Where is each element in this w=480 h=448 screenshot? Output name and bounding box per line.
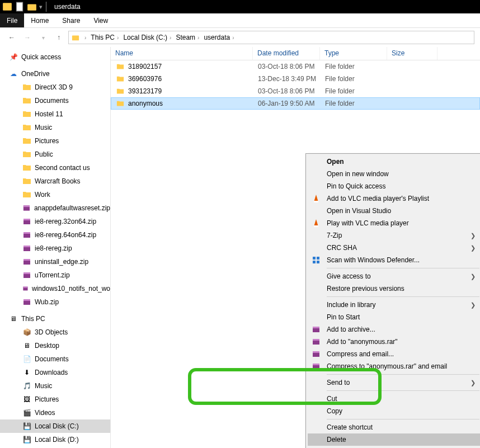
sidebar-item[interactable]: ⬇Downloads xyxy=(0,366,110,379)
folder-icon xyxy=(22,136,31,145)
pin-icon: 📌 xyxy=(9,53,18,62)
sidebar-onedrive[interactable]: ☁OneDrive xyxy=(0,67,110,81)
folder-icon xyxy=(22,83,31,92)
cm-open-new-window[interactable]: Open in new window xyxy=(308,168,480,180)
svg-rect-1 xyxy=(16,2,22,11)
cm-delete[interactable]: Delete xyxy=(308,433,480,446)
col-type[interactable]: Type xyxy=(320,47,387,60)
svg-rect-29 xyxy=(313,327,319,328)
cloud-icon: ☁ xyxy=(9,69,18,78)
back-button[interactable]: ← xyxy=(6,31,18,44)
svg-rect-13 xyxy=(23,259,30,261)
sidebar-item[interactable]: anappdefaultwasreset.zip xyxy=(0,201,110,215)
cm-add-to-rar[interactable]: Add to "anonymous.rar" xyxy=(308,336,480,348)
sidebar-item[interactable]: 🖼Pictures xyxy=(0,393,110,406)
sidebar-item[interactable]: 📄Documents xyxy=(0,352,110,366)
sidebar-item[interactable]: Wub.zip xyxy=(0,295,110,309)
cm-open[interactable]: Open xyxy=(308,155,480,168)
cm-add-archive[interactable]: Add to archive... xyxy=(308,323,480,336)
col-name[interactable]: Name xyxy=(111,47,253,60)
svg-rect-7 xyxy=(23,219,30,220)
sidebar-item[interactable]: 💾Local Disk (C:) xyxy=(0,419,110,433)
svg-rect-35 xyxy=(313,364,319,365)
table-row[interactable]: anonymous06-Jan-19 9:50 AMFile folder xyxy=(111,97,480,110)
crumb-steam[interactable]: Steam› xyxy=(173,34,201,41)
qat-dropdown[interactable]: ▾ xyxy=(39,3,43,11)
cm-pin-quick-access[interactable]: Pin to Quick access xyxy=(308,180,480,192)
cm-7zip[interactable]: 7-Zip❯ xyxy=(308,229,480,242)
title-bar: ▾ userdata xyxy=(0,0,480,13)
cm-include-library[interactable]: Include in library❯ xyxy=(308,299,480,311)
pc-icon: 🖥 xyxy=(9,314,18,323)
up-button[interactable]: ↑ xyxy=(53,31,65,44)
folder-icon xyxy=(22,123,31,132)
svg-rect-21 xyxy=(314,201,318,202)
sidebar-item[interactable]: Music xyxy=(0,121,110,134)
sidebar-item[interactable]: ie8-rereg.32on64.zip xyxy=(0,215,110,228)
cm-send-to[interactable]: Send to❯ xyxy=(308,376,480,389)
tab-home[interactable]: Home xyxy=(24,13,55,27)
folder-icon xyxy=(116,75,125,83)
svg-rect-3 xyxy=(72,36,79,41)
svg-rect-26 xyxy=(313,261,316,263)
recent-dropdown[interactable]: ▾ xyxy=(37,31,49,44)
sidebar-item[interactable]: uTorrent.zip xyxy=(0,268,110,282)
folder-icon xyxy=(116,63,125,70)
cm-vlc-add[interactable]: Add to VLC media player's Playlist xyxy=(308,192,480,205)
sidebar-item[interactable]: Public xyxy=(0,148,110,161)
address-bar[interactable]: › This PC› Local Disk (C:)› Steam› userd… xyxy=(68,31,474,44)
cm-give-access[interactable]: Give access to❯ xyxy=(308,270,480,282)
folder-icon xyxy=(22,190,31,199)
svg-rect-25 xyxy=(317,257,319,260)
sidebar-item[interactable]: 🎵Music xyxy=(0,379,110,393)
forward-button[interactable]: → xyxy=(21,31,34,44)
sidebar-item[interactable]: 💾Local Disk (D:) xyxy=(0,433,110,446)
tab-view[interactable]: View xyxy=(87,13,115,27)
sidebar-item[interactable]: Second contact us xyxy=(0,161,110,175)
folder-icon xyxy=(22,150,31,159)
cm-restore-versions[interactable]: Restore previous versions xyxy=(308,282,480,295)
cm-compress-email[interactable]: Compress and email... xyxy=(308,348,480,360)
cm-create-shortcut[interactable]: Create shortcut xyxy=(308,421,480,433)
table-row[interactable]: 36960397613-Dec-18 3:49 PMFile folder xyxy=(111,73,480,85)
cm-cut[interactable]: Cut xyxy=(308,393,480,405)
sidebar-item[interactable]: Pictures xyxy=(0,134,110,148)
sidebar-item[interactable]: windows10_notifs_not_wo xyxy=(0,282,110,295)
cm-copy[interactable]: Copy xyxy=(308,405,480,417)
cm-defender[interactable]: Scan with Windows Defender... xyxy=(308,254,480,266)
crumb-c[interactable]: Local Disk (C:)› xyxy=(121,34,173,41)
cm-vlc-play[interactable]: Play with VLC media player xyxy=(308,217,480,229)
sidebar-item[interactable]: uninstall_edge.zip xyxy=(0,255,110,268)
cm-compress-rar-email[interactable]: Compress to "anonymous.rar" and email xyxy=(308,360,480,372)
crumb-thispc[interactable]: This PC› xyxy=(88,34,121,41)
sidebar-item[interactable]: 🖥Desktop xyxy=(0,339,110,352)
window-title: userdata xyxy=(54,3,81,11)
tab-share[interactable]: Share xyxy=(55,13,87,27)
cm-pin-start[interactable]: Pin to Start xyxy=(308,311,480,323)
sidebar-item[interactable]: DirectX 3D 9 xyxy=(0,81,110,94)
cm-rename[interactable]: Rename xyxy=(308,446,480,448)
folder-icon xyxy=(116,100,125,107)
col-size[interactable]: Size xyxy=(387,47,437,60)
crumb-userdata[interactable]: userdata› xyxy=(201,34,236,41)
tab-file[interactable]: File xyxy=(0,13,24,27)
device-icon: 📄 xyxy=(22,355,31,364)
archive-icon xyxy=(22,298,31,306)
sidebar-quick-access[interactable]: 📌Quick access xyxy=(0,50,110,64)
sidebar-item[interactable]: ie8-rereg.zip xyxy=(0,242,110,255)
sidebar-item[interactable]: Work xyxy=(0,188,110,201)
cm-open-visual-studio[interactable]: Open in Visual Studio xyxy=(308,205,480,217)
sidebar-item[interactable]: Warcraft Books xyxy=(0,175,110,188)
table-row[interactable]: 39312317903-Oct-18 8:06 PMFile folder xyxy=(111,85,480,97)
sidebar-item[interactable]: 🎬Videos xyxy=(0,406,110,419)
doc-icon xyxy=(15,2,25,12)
sidebar-this-pc[interactable]: 🖥This PC xyxy=(0,312,110,326)
sidebar-item[interactable]: Documents xyxy=(0,94,110,107)
sidebar-item[interactable]: Hostel 11 xyxy=(0,107,110,121)
archive-icon xyxy=(22,204,31,213)
sidebar-item[interactable]: ie8-rereg.64on64.zip xyxy=(0,228,110,242)
table-row[interactable]: 31890215703-Oct-18 8:06 PMFile folder xyxy=(111,60,480,73)
sidebar-item[interactable]: 📦3D Objects xyxy=(0,326,110,339)
cm-crc-sha[interactable]: CRC SHA❯ xyxy=(308,242,480,254)
col-date[interactable]: Date modified xyxy=(253,47,320,60)
